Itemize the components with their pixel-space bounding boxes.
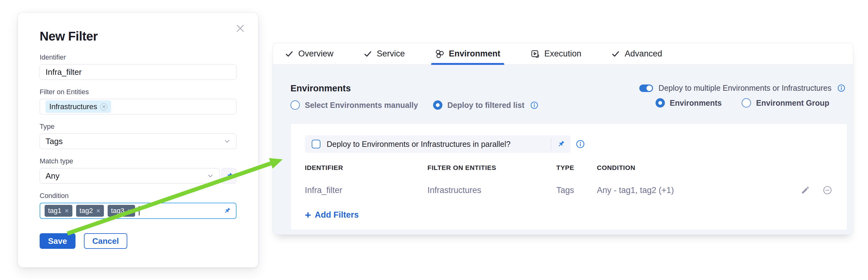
radio-environment-group[interactable]: Environment Group [742,98,829,108]
match-type-field: Match type Any [40,157,237,184]
plus-icon: + [305,211,311,219]
condition-input[interactable]: tag1 tag2 tag3 [40,203,237,219]
row-type: Tags [556,185,597,195]
type-label: Type [40,123,237,131]
condition-chip-label: tag1 [48,207,61,215]
edit-pencil-icon[interactable] [801,185,810,195]
radio-label: Select Environments manually [305,101,418,110]
identifier-label: Identifier [40,53,237,62]
identifier-value: Infra_filter [45,67,82,77]
new-filter-modal: New Filter Identifier Infra_filter Filte… [18,12,258,268]
radio-environments[interactable]: Environments [655,98,722,108]
filters-table-header: IDENTIFIER FILTER ON ENTITIES TYPE CONDI… [305,164,833,172]
condition-chip: tag3 [107,205,135,217]
radio-unselected-icon[interactable] [290,100,300,110]
match-type-value: Any [45,171,60,181]
match-type-label: Match type [40,157,237,165]
filter-on-entities-input[interactable]: Infrastructures [40,99,237,114]
filter-on-entities-label: Filter on Entities [40,88,237,96]
save-button[interactable]: Save [40,233,75,249]
column-header-filter-on-entities: FILTER ON ENTITIES [428,164,556,172]
check-icon [611,49,620,58]
row-filter-on-entities: Infrastructures [428,185,556,195]
condition-chip: tag1 [44,205,72,217]
chip-remove-icon[interactable] [96,209,100,213]
radio-select-environments-manually[interactable]: Select Environments manually [290,100,418,110]
type-field: Type Tags [40,123,237,149]
chip-remove-icon[interactable] [127,209,132,213]
close-icon[interactable] [234,22,247,35]
condition-pin-button[interactable] [223,206,231,215]
parallel-question: Deploy to Environments or Infrastructure… [327,140,510,149]
radio-selected-icon[interactable] [433,100,442,110]
remove-minus-icon[interactable] [823,185,832,195]
radio-unselected-icon[interactable] [742,98,751,108]
tab-label: Service [377,49,405,59]
radio-selected-icon[interactable] [655,98,665,108]
condition-chip-label: tag2 [80,207,93,215]
tab-execution[interactable]: Execution [530,43,582,65]
environments-header-right: Deploy to multiple Environments or Infra… [639,83,845,108]
execution-play-icon [530,49,540,59]
parallel-pin-button[interactable] [551,135,571,153]
deploy-multiple-toggle[interactable] [639,84,653,92]
check-icon [364,49,372,58]
type-select[interactable]: Tags [40,134,237,149]
type-value: Tags [45,137,63,146]
stage-tab-bar: Overview Service Environment [273,43,853,65]
cancel-button[interactable]: Cancel [84,233,127,249]
parallel-deploy-banner: Deploy to Environments or Infrastructure… [305,135,571,153]
info-icon[interactable] [530,101,538,109]
tab-label: Execution [545,49,582,59]
entity-chip-label: Infrastructures [49,102,97,111]
condition-field: Condition tag1 tag2 tag3 [40,192,237,219]
tab-label: Environment [449,49,500,59]
tab-overview[interactable]: Overview [285,43,334,65]
parallel-checkbox[interactable] [312,140,320,148]
add-filters-label: Add Filters [315,210,359,220]
condition-chip-label: tag3 [111,207,124,215]
tab-environment[interactable]: Environment [435,43,500,65]
chip-remove-icon[interactable] [100,103,107,110]
filters-card: Deploy to Environments or Infrastructure… [290,124,847,230]
match-type-select[interactable]: Any [40,168,220,184]
text-caret [139,206,140,215]
column-header-condition: CONDITION [597,164,786,172]
column-header-identifier: IDENTIFIER [305,164,428,172]
environment-stage-panel: Overview Service Environment [273,43,853,235]
chevron-down-icon [224,138,230,145]
toggle-label: Deploy to multiple Environments or Infra… [659,83,832,93]
filter-on-entities-field: Filter on Entities Infrastructures [40,88,237,114]
tab-advanced[interactable]: Advanced [611,43,662,65]
tab-label: Advanced [625,49,662,59]
check-icon [285,49,293,58]
chip-remove-icon[interactable] [65,209,69,213]
environments-heading: Environments [290,83,538,94]
add-filters-button[interactable]: + Add Filters [305,210,359,220]
tab-service[interactable]: Service [364,43,405,65]
radio-label: Environments [670,99,722,108]
tab-label: Overview [298,49,334,59]
condition-label: Condition [40,192,237,200]
radio-label: Deploy to filtered list [447,101,525,110]
info-icon[interactable] [576,139,585,149]
identifier-field: Identifier Infra_filter [40,53,237,80]
info-icon[interactable] [837,84,845,92]
chevron-down-icon [207,172,214,179]
radio-label: Environment Group [756,99,829,108]
modal-title: New Filter [40,29,237,43]
condition-chip: tag2 [76,205,104,217]
environment-hexagons-icon [435,49,444,59]
match-type-pin-button[interactable] [221,168,237,184]
radio-deploy-to-filtered-list[interactable]: Deploy to filtered list [433,100,538,110]
identifier-input[interactable]: Infra_filter [40,64,237,80]
pin-icon [225,172,234,180]
row-identifier: Infra_filter [305,185,428,195]
row-condition: Any - tag1, tag2 (+1) [597,185,786,195]
environments-header-left: Environments Select Environments manuall… [290,83,538,110]
table-row: Infra_filter Infrastructures Tags Any - … [305,185,833,195]
column-header-type: TYPE [556,164,597,172]
entity-chip: Infrastructures [45,100,111,113]
